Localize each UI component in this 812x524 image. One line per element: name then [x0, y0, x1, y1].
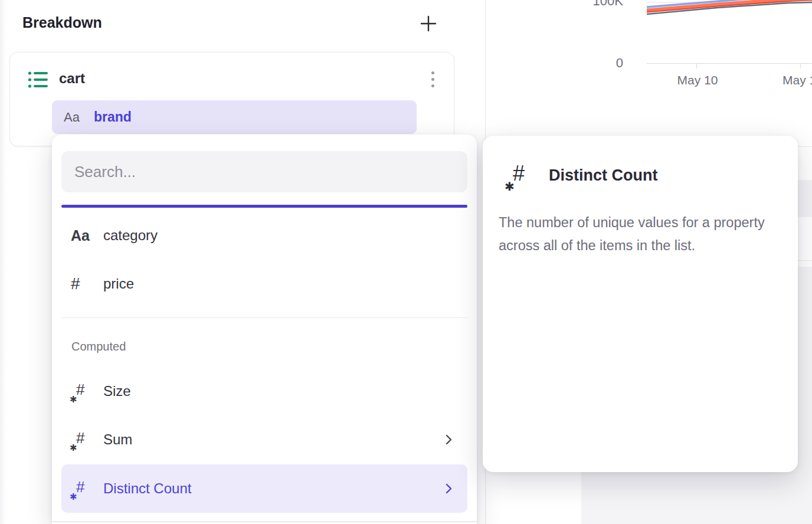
active-tab-indicator — [61, 205, 467, 208]
chart-y-tick-0: 0 — [582, 55, 623, 71]
computed-number-icon: # ✱ — [71, 478, 92, 499]
chart-y-tick-100k: 100K — [582, 0, 623, 9]
number-type-icon: # — [71, 274, 80, 293]
dropdown-bottom-border — [52, 521, 477, 522]
computed-number-icon: # ✱ — [71, 429, 92, 450]
dropdown-item-sum[interactable]: # ✱ Sum — [61, 415, 467, 464]
dropdown-item-distinct-count[interactable]: # ✱ Distinct Count — [61, 464, 467, 513]
plus-icon — [419, 14, 438, 33]
dropdown-item-size[interactable]: # ✱ Size — [61, 367, 467, 415]
dropdown-item-label: Sum — [103, 431, 132, 448]
chart-x-tick-mark-1 — [696, 64, 697, 68]
chart-x-tick-may1: May 1 — [782, 73, 812, 87]
dropdown-item-label: Distinct Count — [103, 480, 191, 497]
property-dropdown: Aa category # price Computed # ✱ Size # … — [52, 135, 477, 524]
dropdown-item-label: price — [103, 276, 134, 292]
dropdown-item-price[interactable]: # price — [61, 260, 467, 308]
app-screen: 100K 0 May 10 May 1 Breakdown cart — [0, 0, 812, 524]
tooltip-title: Distinct Count — [549, 166, 657, 185]
line-chart-series — [647, 0, 812, 31]
group-name: cart — [59, 70, 85, 87]
chart-x-tick-mark-2 — [800, 64, 801, 68]
computed-number-icon: # ✱ — [71, 381, 92, 402]
selected-property-label: brand — [94, 109, 132, 125]
computed-number-icon: # ✱ — [505, 161, 533, 191]
dropdown-item-label: category — [103, 227, 158, 244]
page-edge-shading — [0, 0, 6, 524]
kebab-dot — [431, 78, 434, 81]
chart-x-tick-may10: May 10 — [668, 73, 727, 87]
submenu-chevron-icon — [446, 483, 452, 494]
add-breakdown-button[interactable] — [415, 11, 441, 37]
breakdown-title: Breakdown — [22, 14, 102, 31]
group-menu-button[interactable] — [425, 64, 440, 94]
dropdown-divider — [61, 317, 467, 318]
dropdown-item-label: Size — [103, 383, 131, 399]
kebab-dot — [431, 71, 434, 74]
text-type-icon: Aa — [71, 227, 90, 244]
tooltip-description: The number of unique values for a proper… — [499, 211, 788, 257]
property-description-tooltip: # ✱ Distinct Count The number of unique … — [483, 136, 798, 472]
dropdown-item-category[interactable]: Aa category — [61, 211, 467, 260]
chart-x-axis — [647, 63, 812, 64]
text-property-icon: Aa — [64, 110, 80, 125]
list-property-icon — [28, 70, 49, 89]
kebab-dot — [431, 84, 434, 87]
submenu-chevron-icon — [446, 434, 452, 445]
search-input[interactable] — [61, 151, 467, 192]
computed-section-label: Computed — [71, 340, 126, 353]
selected-property-pill[interactable]: Aa brand — [52, 100, 417, 134]
